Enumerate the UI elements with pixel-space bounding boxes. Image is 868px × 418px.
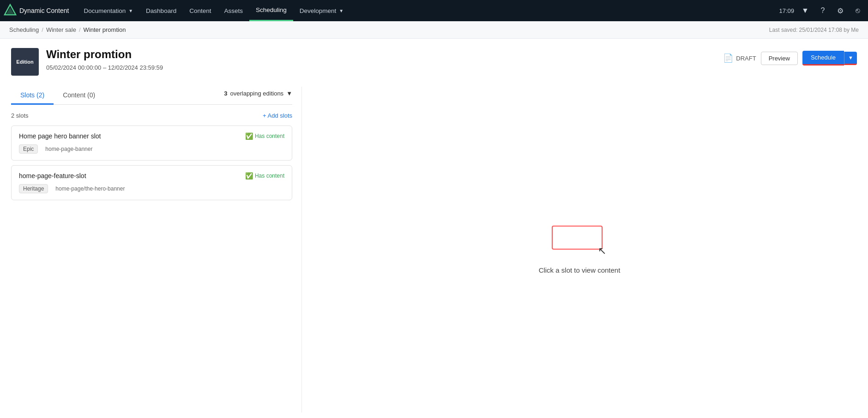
has-content-label-2: Has content (255, 173, 284, 179)
page-header-left: Edition Winter promtion 05/02/2024 00:00… (11, 48, 163, 76)
slot-path-1: home-page-banner (45, 146, 92, 152)
time-dropdown-icon[interactable]: ▼ (799, 4, 812, 17)
slot-placeholder-box (552, 226, 603, 250)
help-icon[interactable]: ? (816, 4, 829, 17)
slot-placeholder-icon: ↖ (552, 226, 607, 258)
slot-card-1-header: Home page hero banner slot ✅ Has content (19, 132, 284, 140)
schedule-caret-button[interactable]: ▼ (844, 52, 857, 65)
left-panel: Slots (2) Content (0) 3 overlapping edit… (11, 87, 302, 412)
overlapping-label: overlapping editions (230, 90, 283, 97)
slot-name-2: home-page-feature-slot (19, 172, 240, 179)
slots-header: 2 slots + Add slots (11, 112, 292, 119)
schedule-button[interactable]: Schedule (802, 51, 844, 66)
breadcrumb-winter-sale[interactable]: Winter sale (46, 26, 76, 33)
tab-content[interactable]: Content (0) (54, 87, 104, 105)
last-saved: Last saved: 25/01/2024 17:08 by Me (769, 27, 859, 33)
slot-card-1-footer: Epic home-page-banner (19, 144, 284, 154)
app-logo[interactable] (4, 4, 17, 18)
page-header-right: 📄 DRAFT Preview Schedule ▼ (723, 51, 857, 66)
slot-tag-1: Epic (19, 144, 38, 154)
preview-button[interactable]: Preview (761, 52, 798, 65)
app-title: Dynamic Content (19, 7, 69, 14)
nav-item-scheduling[interactable]: Scheduling (249, 0, 293, 21)
breadcrumb-scheduling[interactable]: Scheduling (9, 26, 39, 33)
slot-tag-2: Heritage (19, 184, 48, 193)
nav-time: 17:09 (779, 7, 794, 14)
click-slot-text: Click a slot to view content (539, 266, 621, 274)
has-content-badge-1: ✅ Has content (245, 132, 284, 140)
page-title: Winter promtion (46, 48, 163, 61)
nav-item-dashboard[interactable]: Dashboard (139, 0, 183, 21)
main-wrapper: Edition Winter promtion 05/02/2024 00:00… (0, 39, 868, 412)
breadcrumb-current: Winter promtion (84, 26, 126, 33)
slots-count: 2 slots (11, 112, 29, 119)
slots-section: 2 slots + Add slots Home page hero banne… (11, 105, 292, 200)
tabs-row: Slots (2) Content (0) 3 overlapping edit… (11, 87, 292, 105)
slot-card-1[interactable]: Home page hero banner slot ✅ Has content… (11, 125, 292, 161)
cursor-icon: ↖ (598, 245, 606, 257)
draft-icon: 📄 (723, 53, 733, 63)
edition-badge: Edition (11, 48, 39, 76)
slot-card-2-footer: Heritage home-page/the-hero-banner (19, 184, 284, 193)
logout-icon[interactable]: ⎋ (851, 4, 864, 17)
page-date-range: 05/02/2024 00:00:00 – 12/02/2024 23:59:5… (46, 64, 163, 71)
nav-items: Documentation ▼ Dashboard Content Assets… (77, 0, 779, 21)
slot-card-2[interactable]: home-page-feature-slot ✅ Has content Her… (11, 165, 292, 200)
top-navigation: Dynamic Content Documentation ▼ Dashboar… (0, 0, 868, 21)
nav-item-development[interactable]: Development ▼ (293, 0, 350, 21)
add-slots-button[interactable]: + Add slots (263, 112, 292, 119)
slot-card-2-header: home-page-feature-slot ✅ Has content (19, 172, 284, 179)
chevron-down-icon: ▼ (339, 8, 344, 13)
overlapping-editions-button[interactable]: 3 overlapping editions ▼ (224, 90, 292, 102)
overlap-count: 3 (224, 90, 227, 97)
check-icon-1: ✅ (245, 132, 253, 140)
left-panel-inner: Slots (2) Content (0) 3 overlapping edit… (11, 87, 301, 200)
tabs-left: Slots (2) Content (0) (11, 87, 104, 104)
slot-name-1: Home page hero banner slot (19, 132, 240, 140)
content-layout: Slots (2) Content (0) 3 overlapping edit… (11, 87, 857, 412)
slot-path-2: home-page/the-hero-banner (55, 185, 125, 192)
breadcrumb-bar: Scheduling / Winter sale / Winter promti… (0, 21, 868, 39)
right-panel: ↖ Click a slot to view content (302, 87, 857, 412)
chevron-down-icon: ▼ (286, 90, 292, 97)
draft-label: 📄 DRAFT (723, 53, 756, 63)
schedule-button-group: Schedule ▼ (802, 51, 857, 66)
page-header: Edition Winter promtion 05/02/2024 00:00… (11, 48, 857, 76)
has-content-badge-2: ✅ Has content (245, 172, 284, 179)
breadcrumb: Scheduling / Winter sale / Winter promti… (9, 26, 126, 33)
nav-right: 17:09 ▼ ? ⚙ ⎋ (779, 4, 864, 17)
nav-item-content[interactable]: Content (183, 0, 217, 21)
has-content-label-1: Has content (255, 133, 284, 139)
click-slot-visual: ↖ Click a slot to view content (539, 226, 621, 274)
page-title-block: Winter promtion 05/02/2024 00:00:00 – 12… (46, 48, 163, 71)
check-icon-2: ✅ (245, 172, 253, 179)
nav-item-documentation[interactable]: Documentation ▼ (77, 0, 139, 21)
breadcrumb-sep-2: / (79, 26, 81, 33)
chevron-down-icon: ▼ (128, 8, 133, 13)
tab-slots[interactable]: Slots (2) (11, 87, 54, 105)
nav-item-assets[interactable]: Assets (217, 0, 249, 21)
settings-icon[interactable]: ⚙ (834, 4, 847, 17)
breadcrumb-sep-1: / (42, 26, 43, 33)
